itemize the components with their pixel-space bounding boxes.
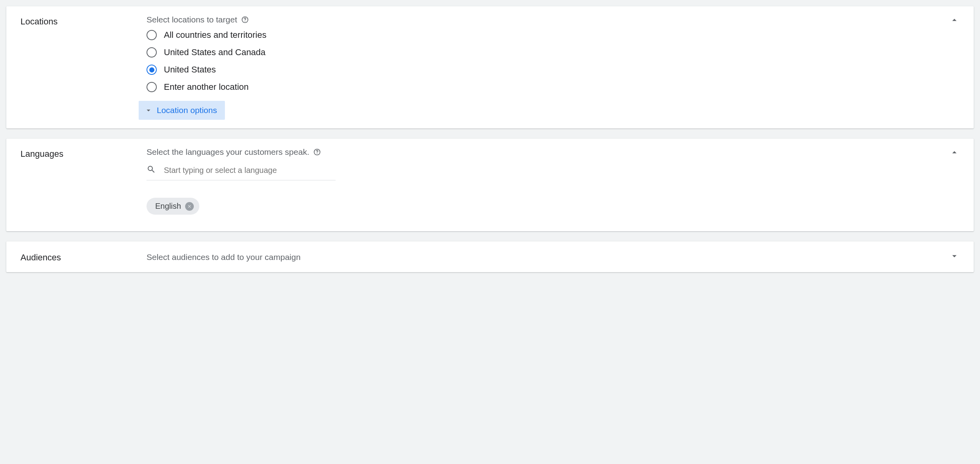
radio-icon (147, 65, 157, 75)
chevron-down-icon (949, 251, 960, 261)
locations-title: Locations (20, 15, 147, 27)
languages-subtitle: Select the languages your customers spea… (147, 147, 309, 157)
languages-subtitle-row: Select the languages your customers spea… (147, 147, 940, 157)
chip-label: English (155, 202, 181, 211)
radio-label: All countries and territories (164, 30, 266, 40)
location-options-toggle[interactable]: Location options (139, 101, 225, 120)
location-option-all[interactable]: All countries and territories (147, 30, 940, 40)
svg-point-1 (245, 21, 245, 22)
expand-button[interactable] (940, 251, 960, 261)
locations-body: Select locations to target All countries… (147, 15, 940, 120)
svg-point-3 (317, 153, 317, 154)
radio-label: Enter another location (164, 82, 249, 92)
radio-icon (147, 47, 157, 58)
language-chip-english: English (147, 198, 199, 215)
radio-label: United States (164, 65, 216, 75)
language-search (147, 162, 336, 180)
location-option-us-ca[interactable]: United States and Canada (147, 47, 940, 58)
collapse-button[interactable] (940, 147, 960, 158)
close-icon (187, 204, 192, 209)
radio-icon (147, 82, 157, 92)
location-option-other[interactable]: Enter another location (147, 82, 940, 92)
collapse-button[interactable] (940, 15, 960, 25)
radio-icon (147, 30, 157, 40)
search-icon (147, 165, 156, 176)
audiences-title: Audiences (20, 251, 147, 263)
audiences-subtitle: Select audiences to add to your campaign (147, 251, 301, 262)
locations-subtitle: Select locations to target (147, 15, 237, 24)
languages-title: Languages (20, 147, 147, 159)
language-search-input[interactable] (164, 166, 336, 175)
audiences-card[interactable]: Audiences Select audiences to add to you… (6, 241, 974, 272)
help-icon[interactable] (241, 16, 249, 24)
help-icon[interactable] (313, 148, 321, 156)
locations-subtitle-row: Select locations to target (147, 15, 940, 24)
chevron-up-icon (949, 147, 960, 158)
locations-card: Locations Select locations to target All… (6, 6, 974, 128)
chevron-up-icon (949, 15, 960, 25)
chip-remove-button[interactable] (185, 202, 194, 211)
location-radio-list: All countries and territories United Sta… (147, 30, 940, 92)
chevron-down-icon (144, 106, 153, 115)
radio-label: United States and Canada (164, 47, 265, 58)
languages-card: Languages Select the languages your cust… (6, 139, 974, 231)
location-options-label: Location options (157, 106, 217, 115)
location-option-us[interactable]: United States (147, 65, 940, 75)
languages-body: Select the languages your customers spea… (147, 147, 940, 223)
